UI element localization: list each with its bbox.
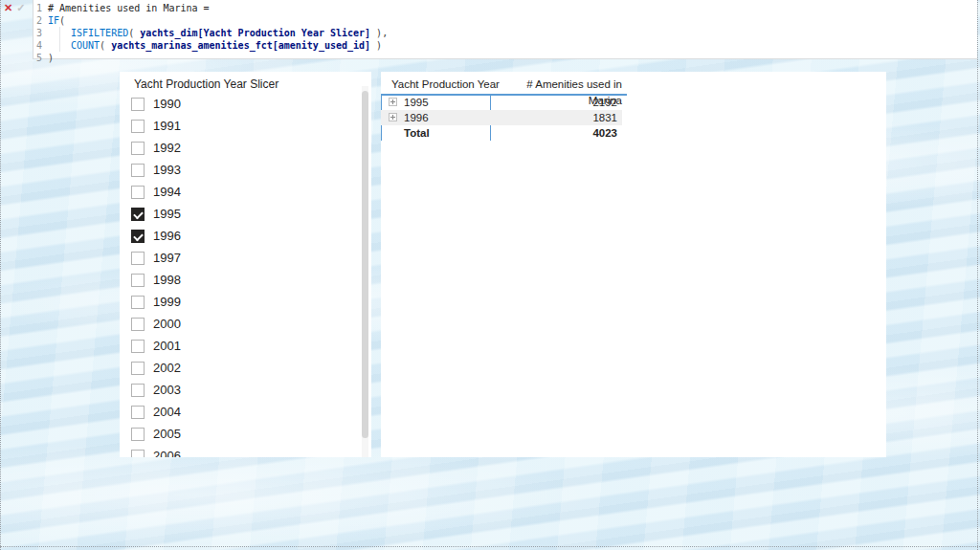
canvas-boundary-bottom [0,546,980,547]
row-value[interactable]: 2192 [490,95,617,110]
checkbox-unchecked-icon[interactable] [131,406,145,419]
checkbox-unchecked-icon[interactable] [131,252,145,265]
matrix-row-1996[interactable]: 1996 1831 [381,110,622,125]
report-canvas: ✕ ✓ 1 # Amenities used in Marina = 2 IF(… [0,0,980,550]
slicer-item-label: 1998 [153,273,181,287]
line-number: 4 [33,39,42,52]
canvas-boundary-left [0,0,1,550]
slicer-item-label: 1993 [153,163,181,177]
slicer-item-2005[interactable]: 2005 [120,423,371,445]
cancel-icon[interactable]: ✕ [4,2,12,15]
checkbox-unchecked-icon[interactable] [131,384,145,397]
slicer-item-2003[interactable]: 2003 [120,379,371,401]
slicer-item-label: 1997 [153,251,181,265]
line-number: 1 [33,2,42,14]
slicer-item-1998[interactable]: 1998 [120,269,371,291]
checkbox-unchecked-icon[interactable] [131,340,145,353]
matrix-visual: Yacht Production Year # Amenities used i… [381,72,886,457]
checkbox-unchecked-icon[interactable] [131,164,145,177]
line-number: 2 [33,14,42,27]
total-value: 4023 [490,125,617,141]
checkbox-unchecked-icon[interactable] [131,318,145,331]
slicer-item-label: 2006 [153,449,181,457]
dax-column-reference: yachts_dim[Yacht Production Year Slicer] [140,28,370,38]
slicer-item-2006[interactable]: 2006 [120,445,371,457]
slicer-visual: Yacht Production Year Slicer 1990 1991 1… [120,72,371,457]
formula-line: 1 # Amenities used in Marina = [33,2,977,14]
slicer-item-label: 1991 [153,119,181,133]
slicer-item-label: 1990 [153,97,181,111]
checkbox-unchecked-icon[interactable] [131,98,145,111]
slicer-list: 1990 1991 1992 1993 1994 1995 1996 1997 … [120,93,371,457]
slicer-item-2002[interactable]: 2002 [120,357,371,379]
dax-keyword: ISFILTERED [71,28,128,38]
slicer-item-label: 2004 [153,405,181,419]
total-label: Total [404,125,430,141]
dax-punct: ) [370,40,382,51]
slicer-item-1996[interactable]: 1996 [120,225,371,247]
dax-punct: ), [370,28,388,38]
matrix-row-1995[interactable]: 1995 2192 [381,95,622,110]
slicer-item-label: 2002 [153,361,181,375]
slicer-item-label: 2003 [153,383,181,397]
slicer-item-label: 1992 [153,141,181,155]
slicer-scrollbar-thumb[interactable] [362,91,368,438]
dax-punct: ( [128,28,140,38]
measure-name-text: # Amenities used in Marina = [48,2,210,14]
slicer-item-1992[interactable]: 1992 [120,137,371,159]
slicer-item-label: 1996 [153,229,181,243]
checkbox-unchecked-icon[interactable] [131,362,145,375]
dax-formula-bar[interactable]: 1 # Amenities used in Marina = 2 IF( 3 I… [33,0,977,59]
formula-line: 2 IF( [33,14,977,27]
column-header-year[interactable]: Yacht Production Year [391,77,500,93]
dax-punct: ) [48,52,54,64]
dax-punct: ( [59,15,65,26]
matrix-header-row: Yacht Production Year # Amenities used i… [381,77,627,93]
dax-keyword: IF [48,15,59,26]
checkbox-checked-icon[interactable] [131,208,145,221]
matrix-total-row: Total 4023 [381,125,622,141]
formula-bar-actions: ✕ ✓ [0,0,33,15]
formula-line: 3 ISFILTERED( yachts_dim[Yacht Productio… [33,27,977,39]
slicer-item-label: 2005 [153,427,181,441]
slicer-item-1991[interactable]: 1991 [120,115,371,137]
slicer-item-label: 1995 [153,207,181,221]
row-value[interactable]: 1831 [490,110,617,125]
checkbox-unchecked-icon[interactable] [131,142,145,155]
slicer-item-1990[interactable]: 1990 [120,93,371,115]
slicer-item-1993[interactable]: 1993 [120,159,371,181]
dax-keyword: COUNT [71,40,100,51]
slicer-item-2000[interactable]: 2000 [120,313,371,335]
slicer-item-1997[interactable]: 1997 [120,247,371,269]
formula-line: 4 COUNT( yachts_marinas_amenities_fct[am… [33,39,977,52]
slicer-item-label: 1999 [153,295,181,309]
canvas-boundary-right [977,0,978,550]
slicer-item-1995[interactable]: 1995 [120,203,371,225]
slicer-item-2001[interactable]: 2001 [120,335,371,357]
formula-bar-divider [33,0,33,59]
accept-icon[interactable]: ✓ [16,2,25,15]
checkbox-unchecked-icon[interactable] [131,450,145,458]
line-number: 3 [33,27,42,39]
dax-punct: ( [100,40,111,51]
row-header-year[interactable]: 1996 [404,110,429,125]
checkbox-unchecked-icon[interactable] [131,120,145,133]
formula-line: 5 ) [33,52,977,64]
checkbox-checked-icon[interactable] [131,230,145,243]
checkbox-unchecked-icon[interactable] [131,186,145,199]
row-header-year[interactable]: 1995 [404,95,429,110]
slicer-item-1994[interactable]: 1994 [120,181,371,203]
checkbox-unchecked-icon[interactable] [131,274,145,287]
slicer-item-label: 2000 [153,317,181,331]
slicer-item-label: 2001 [153,339,181,353]
expand-plus-icon[interactable] [389,113,397,121]
expand-plus-icon[interactable] [389,98,397,106]
dax-column-reference: yachts_marinas_amenities_fct[amenity_use… [111,40,370,51]
slicer-item-2004[interactable]: 2004 [120,401,371,423]
slicer-title: Yacht Production Year Slicer [134,77,278,91]
line-number: 5 [33,52,42,64]
indent-guide [59,27,60,52]
checkbox-unchecked-icon[interactable] [131,296,145,309]
slicer-item-1999[interactable]: 1999 [120,291,371,313]
checkbox-unchecked-icon[interactable] [131,428,145,441]
